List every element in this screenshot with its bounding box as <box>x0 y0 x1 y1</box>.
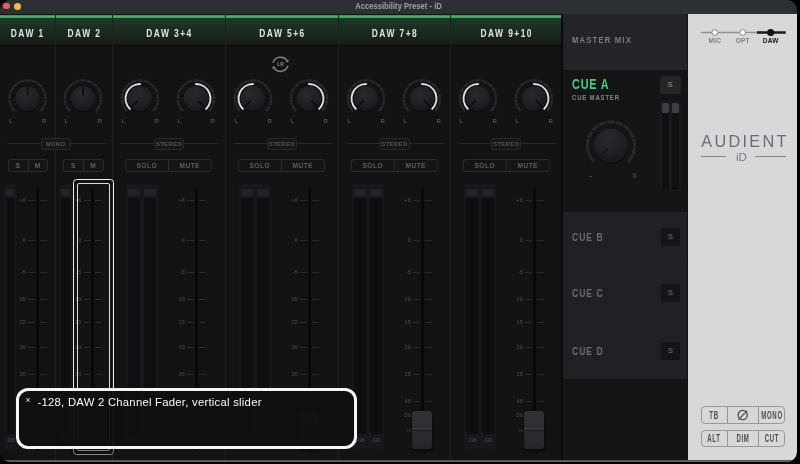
svg-text:OPT: OPT <box>735 37 749 44</box>
svg-text:MIC: MIC <box>708 37 721 44</box>
svg-text:DAW: DAW <box>762 37 778 44</box>
svg-text:iD: iD <box>736 151 747 163</box>
svg-text:LR: LR <box>277 61 284 67</box>
svg-text:AUDIENT: AUDIENT <box>701 132 789 150</box>
